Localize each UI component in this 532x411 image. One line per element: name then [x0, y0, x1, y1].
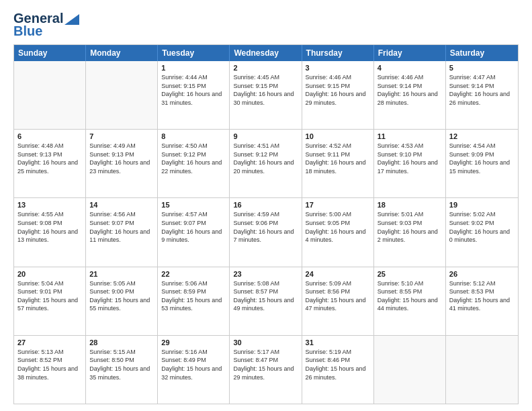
- day-number: 22: [161, 270, 226, 278]
- day-number: 16: [233, 201, 298, 209]
- svg-marker-0: [64, 14, 79, 25]
- day-number: 5: [449, 64, 515, 72]
- cell-info: Sunrise: 4:46 AMSunset: 9:15 PMDaylight:…: [306, 73, 370, 107]
- day-number: 28: [89, 338, 154, 347]
- cell-info: Sunrise: 5:13 AMSunset: 8:52 PMDaylight:…: [17, 348, 82, 381]
- calendar-cell: 9Sunrise: 4:51 AMSunset: 9:12 PMDaylight…: [230, 130, 302, 197]
- cell-info: Sunrise: 4:56 AMSunset: 9:07 PMDaylight:…: [89, 210, 154, 244]
- cell-info: Sunrise: 4:59 AMSunset: 9:06 PMDaylight:…: [233, 210, 298, 244]
- calendar-cell: 3Sunrise: 4:46 AMSunset: 9:15 PMDaylight…: [302, 61, 374, 129]
- day-number: 12: [449, 132, 515, 140]
- day-number: 17: [306, 201, 370, 209]
- day-number: 24: [306, 270, 370, 278]
- cell-info: Sunrise: 4:44 AMSunset: 9:15 PMDaylight:…: [161, 73, 226, 107]
- day-number: 23: [233, 270, 298, 278]
- calendar-cell: 25Sunrise: 5:10 AMSunset: 8:55 PMDayligh…: [374, 267, 446, 335]
- calendar-row-2: 6Sunrise: 4:48 AMSunset: 9:13 PMDaylight…: [14, 130, 518, 198]
- header-day-friday: Friday: [374, 45, 446, 61]
- day-number: 9: [233, 132, 298, 140]
- calendar-cell: 1Sunrise: 4:44 AMSunset: 9:15 PMDaylight…: [158, 61, 230, 129]
- logo-icon: [64, 14, 79, 25]
- calendar-cell: 28Sunrise: 5:15 AMSunset: 8:50 PMDayligh…: [86, 336, 158, 404]
- calendar-body: 1Sunrise: 4:44 AMSunset: 9:15 PMDaylight…: [14, 61, 518, 404]
- header: General Blue: [13, 11, 519, 39]
- calendar-cell: 27Sunrise: 5:13 AMSunset: 8:52 PMDayligh…: [14, 336, 86, 404]
- header-day-thursday: Thursday: [302, 45, 374, 61]
- cell-info: Sunrise: 5:09 AMSunset: 8:56 PMDaylight:…: [306, 279, 370, 313]
- day-number: 30: [233, 338, 298, 347]
- cell-info: Sunrise: 5:17 AMSunset: 8:47 PMDaylight:…: [233, 348, 298, 381]
- day-number: 4: [378, 64, 442, 72]
- cell-info: Sunrise: 5:01 AMSunset: 9:03 PMDaylight:…: [378, 210, 442, 244]
- cell-info: Sunrise: 5:16 AMSunset: 8:49 PMDaylight:…: [161, 348, 226, 381]
- day-number: 29: [161, 338, 226, 347]
- calendar-row-1: 1Sunrise: 4:44 AMSunset: 9:15 PMDaylight…: [14, 61, 518, 130]
- cell-info: Sunrise: 4:57 AMSunset: 9:07 PMDaylight:…: [161, 210, 226, 244]
- day-number: 6: [17, 132, 82, 140]
- header-day-saturday: Saturday: [446, 45, 518, 61]
- calendar-cell: 22Sunrise: 5:06 AMSunset: 8:59 PMDayligh…: [158, 267, 230, 335]
- cell-info: Sunrise: 5:19 AMSunset: 8:46 PMDaylight:…: [306, 348, 370, 381]
- day-number: 1: [161, 64, 226, 72]
- calendar-cell: 14Sunrise: 4:56 AMSunset: 9:07 PMDayligh…: [86, 198, 158, 266]
- cell-info: Sunrise: 5:10 AMSunset: 8:55 PMDaylight:…: [378, 279, 442, 313]
- calendar-cell: 13Sunrise: 4:55 AMSunset: 9:08 PMDayligh…: [14, 198, 86, 266]
- day-number: 21: [89, 270, 154, 278]
- header-day-wednesday: Wednesday: [230, 45, 302, 61]
- logo: General Blue: [13, 11, 79, 39]
- cell-info: Sunrise: 4:49 AMSunset: 9:13 PMDaylight:…: [89, 142, 154, 175]
- calendar-cell: 31Sunrise: 5:19 AMSunset: 8:46 PMDayligh…: [302, 336, 374, 404]
- calendar-cell: 4Sunrise: 4:46 AMSunset: 9:14 PMDaylight…: [374, 61, 446, 129]
- cell-info: Sunrise: 5:02 AMSunset: 9:02 PMDaylight:…: [449, 210, 515, 244]
- cell-info: Sunrise: 5:00 AMSunset: 9:05 PMDaylight:…: [306, 210, 370, 244]
- calendar-cell: [374, 336, 446, 404]
- calendar-cell: 18Sunrise: 5:01 AMSunset: 9:03 PMDayligh…: [374, 198, 446, 266]
- calendar-cell: 5Sunrise: 4:47 AMSunset: 9:14 PMDaylight…: [446, 61, 518, 129]
- header-day-tuesday: Tuesday: [158, 45, 230, 61]
- cell-info: Sunrise: 5:12 AMSunset: 8:53 PMDaylight:…: [449, 279, 515, 313]
- cell-info: Sunrise: 4:54 AMSunset: 9:09 PMDaylight:…: [449, 142, 515, 175]
- calendar-cell: [86, 61, 158, 129]
- day-number: 27: [17, 338, 82, 347]
- day-number: 15: [161, 201, 226, 209]
- cell-info: Sunrise: 5:04 AMSunset: 9:01 PMDaylight:…: [17, 279, 82, 313]
- calendar-cell: [446, 336, 518, 404]
- cell-info: Sunrise: 5:15 AMSunset: 8:50 PMDaylight:…: [89, 348, 154, 381]
- calendar-cell: 30Sunrise: 5:17 AMSunset: 8:47 PMDayligh…: [230, 336, 302, 404]
- calendar-cell: 11Sunrise: 4:53 AMSunset: 9:10 PMDayligh…: [374, 130, 446, 197]
- day-number: 13: [17, 201, 82, 209]
- calendar-cell: 7Sunrise: 4:49 AMSunset: 9:13 PMDaylight…: [86, 130, 158, 197]
- calendar-cell: 2Sunrise: 4:45 AMSunset: 9:15 PMDaylight…: [230, 61, 302, 129]
- calendar-row-4: 20Sunrise: 5:04 AMSunset: 9:01 PMDayligh…: [14, 267, 518, 336]
- logo-blue: Blue: [13, 24, 42, 39]
- cell-info: Sunrise: 4:53 AMSunset: 9:10 PMDaylight:…: [378, 142, 442, 175]
- calendar-row-3: 13Sunrise: 4:55 AMSunset: 9:08 PMDayligh…: [14, 198, 518, 267]
- calendar-cell: 15Sunrise: 4:57 AMSunset: 9:07 PMDayligh…: [158, 198, 230, 266]
- day-number: 11: [378, 132, 442, 140]
- page: General Blue SundayMondayTuesdayWednesda…: [0, 0, 532, 411]
- calendar-cell: 17Sunrise: 5:00 AMSunset: 9:05 PMDayligh…: [302, 198, 374, 266]
- day-number: 2: [233, 64, 298, 72]
- day-number: 10: [306, 132, 370, 140]
- cell-info: Sunrise: 4:47 AMSunset: 9:14 PMDaylight:…: [449, 73, 515, 107]
- cell-info: Sunrise: 4:46 AMSunset: 9:14 PMDaylight:…: [378, 73, 442, 107]
- cell-info: Sunrise: 4:55 AMSunset: 9:08 PMDaylight:…: [17, 210, 82, 244]
- cell-info: Sunrise: 4:52 AMSunset: 9:11 PMDaylight:…: [306, 142, 370, 175]
- header-day-sunday: Sunday: [14, 45, 86, 61]
- calendar-cell: 19Sunrise: 5:02 AMSunset: 9:02 PMDayligh…: [446, 198, 518, 266]
- calendar-cell: 16Sunrise: 4:59 AMSunset: 9:06 PMDayligh…: [230, 198, 302, 266]
- cell-info: Sunrise: 4:48 AMSunset: 9:13 PMDaylight:…: [17, 142, 82, 175]
- calendar-cell: 21Sunrise: 5:05 AMSunset: 9:00 PMDayligh…: [86, 267, 158, 335]
- calendar-cell: 23Sunrise: 5:08 AMSunset: 8:57 PMDayligh…: [230, 267, 302, 335]
- calendar-cell: 26Sunrise: 5:12 AMSunset: 8:53 PMDayligh…: [446, 267, 518, 335]
- cell-info: Sunrise: 4:50 AMSunset: 9:12 PMDaylight:…: [161, 142, 226, 175]
- calendar: SundayMondayTuesdayWednesdayThursdayFrid…: [13, 44, 519, 404]
- calendar-cell: 10Sunrise: 4:52 AMSunset: 9:11 PMDayligh…: [302, 130, 374, 197]
- calendar-cell: 6Sunrise: 4:48 AMSunset: 9:13 PMDaylight…: [14, 130, 86, 197]
- day-number: 18: [378, 201, 442, 209]
- day-number: 14: [89, 201, 154, 209]
- day-number: 20: [17, 270, 82, 278]
- calendar-cell: 24Sunrise: 5:09 AMSunset: 8:56 PMDayligh…: [302, 267, 374, 335]
- calendar-cell: 8Sunrise: 4:50 AMSunset: 9:12 PMDaylight…: [158, 130, 230, 197]
- calendar-cell: 20Sunrise: 5:04 AMSunset: 9:01 PMDayligh…: [14, 267, 86, 335]
